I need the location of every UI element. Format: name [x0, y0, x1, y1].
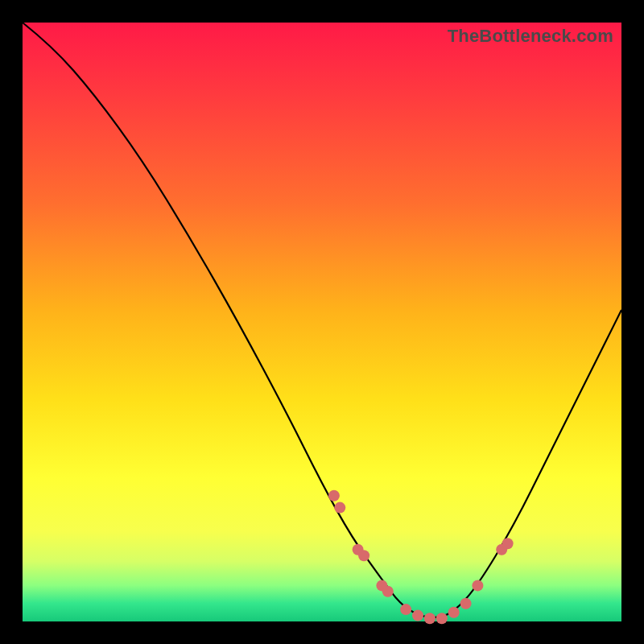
- marker-dot: [436, 613, 448, 624]
- marker-dot: [400, 604, 411, 615]
- marker-dot: [502, 538, 514, 549]
- marker-dot: [424, 613, 436, 624]
- marker-dot: [382, 586, 394, 597]
- watermark-text: TheBottleneck.com: [448, 26, 613, 47]
- marker-dot: [328, 490, 340, 502]
- bottleneck-curve: [23, 23, 621, 617]
- chart-svg: [23, 23, 621, 621]
- marker-dot: [412, 610, 423, 621]
- marker-dot: [334, 502, 345, 514]
- chart-frame: TheBottleneck.com: [0, 0, 644, 644]
- marker-dot: [472, 580, 483, 591]
- marker-dot: [358, 550, 369, 561]
- highlight-dots: [328, 490, 514, 625]
- chart-plot-area: TheBottleneck.com: [23, 23, 621, 621]
- marker-dot: [460, 598, 472, 609]
- marker-dot: [448, 607, 460, 618]
